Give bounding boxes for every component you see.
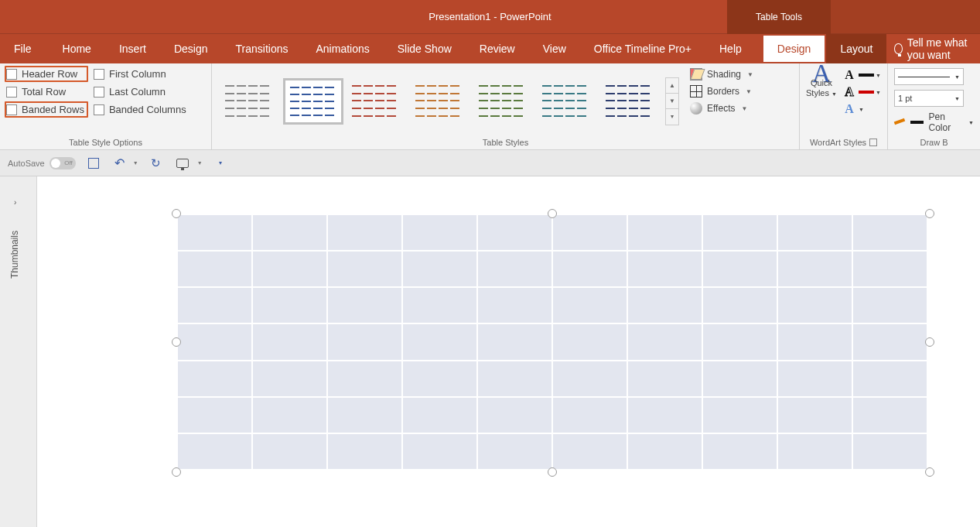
toggle-switch[interactable]: Off [50, 157, 76, 169]
workspace: › Thumbnails [0, 176, 980, 527]
group-table-style-options: Header Row Total Row Banded Rows First C… [0, 63, 212, 149]
table-style-3[interactable] [347, 78, 407, 125]
customize-qat-button[interactable] [212, 155, 229, 172]
resize-handle-w[interactable] [172, 337, 181, 347]
title-bar: Presentation1 - PowerPoint Table Tools [0, 0, 980, 34]
tab-view[interactable]: View [529, 34, 580, 63]
checkbox-icon [6, 69, 17, 80]
chevron-down-icon: ▼ [954, 96, 960, 101]
resize-handle-se[interactable] [925, 467, 934, 477]
undo-button[interactable] [111, 155, 128, 172]
table-style-7[interactable] [600, 78, 661, 125]
quick-styles-button[interactable]: A Quick Styles ▼ [806, 68, 837, 99]
shading-label: Shading [707, 69, 741, 80]
quick-label: Quick [811, 78, 832, 88]
inserted-table[interactable] [176, 214, 928, 471]
color-swatch [859, 74, 874, 77]
tab-file[interactable]: File [0, 34, 46, 63]
dropdown-icon[interactable]: ▼ [197, 160, 203, 166]
text-outline-button[interactable]: A ▼ [842, 85, 881, 99]
save-icon [88, 158, 99, 169]
tell-me-search[interactable]: Tell me what you want [886, 34, 980, 63]
text-effects-button[interactable]: A ▼ [842, 102, 881, 116]
present-icon [176, 159, 189, 168]
save-button[interactable] [85, 155, 102, 172]
gallery-scroll[interactable]: ▲ ▼ ▾ [665, 77, 679, 125]
chevron-down-icon: ▼ [747, 71, 753, 78]
tab-review[interactable]: Review [466, 34, 529, 63]
pen-weight-dropdown[interactable]: 1 pt ▼ [894, 90, 964, 107]
gallery-expand[interactable]: ▾ [666, 109, 678, 125]
resize-handle-s[interactable] [548, 467, 557, 477]
checkbox-last-column[interactable]: Last Column [94, 86, 186, 98]
chevron-down-icon: ▼ [746, 88, 752, 95]
table-style-5[interactable] [473, 78, 534, 125]
tab-table-layout[interactable]: Layout [826, 34, 886, 63]
text-effects-icon: A [842, 102, 857, 116]
pen-color-label: Pen Color [928, 111, 964, 133]
checkbox-header-row[interactable]: Header Row [5, 66, 88, 82]
chevron-down-icon: ▼ [741, 105, 747, 112]
redo-button[interactable] [148, 155, 165, 172]
checkbox-banded-columns[interactable]: Banded Columns [94, 104, 186, 115]
ribbon: Header Row Total Row Banded Rows First C… [0, 63, 980, 150]
text-fill-button[interactable]: A ▼ [842, 68, 881, 82]
quick-access-toolbar: AutoSave Off ▼ ▼ [0, 150, 980, 176]
menu-bar: File Home Insert Design Transitions Anim… [0, 34, 980, 63]
effects-button[interactable]: Effects ▼ [690, 102, 753, 115]
checkbox-icon [94, 104, 104, 115]
table-style-4[interactable] [410, 78, 470, 125]
autosave-toggle[interactable]: AutoSave Off [8, 157, 76, 169]
shading-button[interactable]: Shading ▼ [690, 68, 753, 80]
tab-home[interactable]: Home [49, 34, 105, 63]
borders-button[interactable]: Borders ▼ [690, 85, 753, 98]
group-table-styles: ▲ ▼ ▾ Shading ▼ Borders ▼ Eff [212, 63, 800, 149]
effects-icon [690, 102, 702, 115]
gallery-scroll-down[interactable]: ▼ [666, 94, 678, 109]
group-wordart-styles: A Quick Styles ▼ A ▼ A ▼ A ▼ [800, 63, 888, 149]
resize-handle-sw[interactable] [172, 467, 181, 477]
table-styles-gallery[interactable]: ▲ ▼ ▾ [218, 67, 679, 135]
gallery-scroll-up[interactable]: ▲ [666, 78, 678, 94]
checkbox-banded-rows[interactable]: Banded Rows [5, 101, 88, 118]
table-style-2-selected[interactable] [283, 78, 343, 125]
resize-handle-ne[interactable] [925, 209, 934, 218]
group-label: Table Styles [218, 135, 793, 149]
resize-handle-e[interactable] [925, 337, 934, 347]
weight-label: 1 pt [898, 94, 912, 103]
tab-help[interactable]: Help [705, 34, 756, 63]
table-style-6[interactable] [537, 78, 597, 125]
text-outline-icon: A [842, 85, 857, 99]
label-header-row: Header Row [22, 68, 77, 80]
pen-color-button[interactable]: Pen Color ▼ [894, 111, 974, 133]
tab-office-timeline[interactable]: Office Timeline Pro+ [580, 34, 705, 63]
checkbox-icon [94, 69, 104, 80]
chevron-down-icon: ▼ [968, 120, 974, 125]
undo-dropdown[interactable]: ▼ [133, 160, 138, 166]
tab-slideshow[interactable]: Slide Show [384, 34, 466, 63]
contextual-tab-label: Table Tools [727, 0, 831, 34]
table-style-1[interactable] [220, 78, 280, 125]
dialog-launcher-icon[interactable] [869, 139, 877, 146]
expand-thumbnails-button[interactable]: › [14, 198, 16, 207]
tab-animations[interactable]: Animations [302, 34, 383, 63]
label-first-column: First Column [109, 68, 166, 80]
slide-canvas[interactable] [37, 176, 980, 527]
color-swatch [859, 91, 874, 94]
tab-design-main[interactable]: Design [160, 34, 222, 63]
chevron-down-icon: ▼ [954, 74, 960, 80]
label-last-column: Last Column [109, 86, 166, 98]
resize-handle-nw[interactable] [172, 209, 181, 218]
pen-style-dropdown[interactable]: ▼ [894, 68, 964, 85]
checkbox-total-row[interactable]: Total Row [6, 86, 84, 98]
start-from-beginning-button[interactable] [174, 155, 191, 172]
tab-insert[interactable]: Insert [105, 34, 160, 63]
pen-color-swatch [910, 121, 924, 124]
checkbox-first-column[interactable]: First Column [94, 68, 186, 80]
thumbnails-label: Thumbnails [9, 231, 20, 279]
wordart-A-icon: A [809, 68, 835, 78]
resize-handle-n[interactable] [548, 209, 557, 218]
title-decoration [831, 0, 980, 34]
tab-transitions[interactable]: Transitions [222, 34, 302, 63]
chevron-down-icon: ▼ [876, 90, 881, 95]
